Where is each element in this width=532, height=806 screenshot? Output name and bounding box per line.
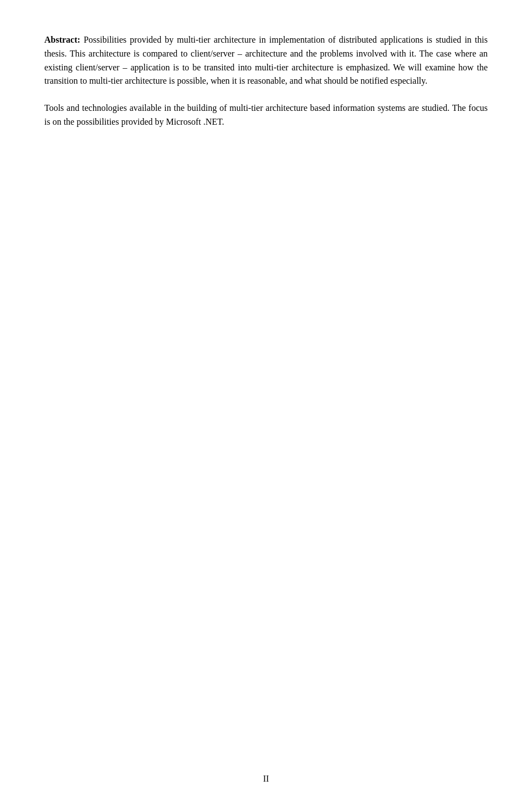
paragraph-tools-text: Tools and technologies available in the … bbox=[44, 103, 488, 126]
page-number: II bbox=[263, 774, 269, 784]
paragraph-tools: Tools and technologies available in the … bbox=[44, 101, 488, 129]
abstract-label: Abstract: bbox=[44, 35, 80, 44]
abstract-block: Abstract: Possibilities provided by mult… bbox=[44, 33, 488, 88]
abstract-text: Possibilities provided by multi-tier arc… bbox=[44, 35, 488, 85]
page: Abstract: Possibilities provided by mult… bbox=[0, 0, 532, 806]
